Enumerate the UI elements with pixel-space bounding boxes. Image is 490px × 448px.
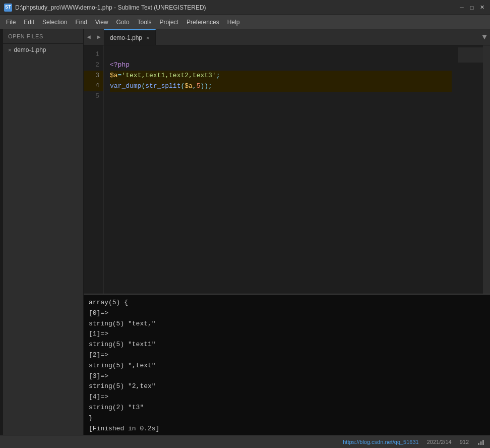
output-line-7: string(5) ",text" [89, 362, 156, 369]
code-line-4: var_dump(str_split($a,5)); [110, 81, 452, 92]
output-panel: array(5) { [0]=> string(5) "text," [1]=>… [84, 294, 490, 435]
line-numbers: 1 2 3 4 5 [84, 45, 104, 294]
output-line-4: [1]=> [89, 330, 108, 338]
output-line-10: [4]=> [89, 393, 108, 401]
tab-close-icon[interactable]: × [146, 35, 149, 41]
minimize-button[interactable]: ─ [458, 4, 466, 12]
code-line-5 [110, 92, 452, 102]
tab-dropdown-button[interactable]: ▼ [479, 29, 490, 45]
editor-scrollbar[interactable] [483, 45, 490, 294]
maximize-button[interactable]: □ [468, 4, 476, 12]
editor-area: ◀ ▶ demo-1.php × ▼ 1 2 3 4 5 <?php$a='te… [84, 29, 490, 435]
code-line-3: $a='text,text1,text2,text3'; [110, 71, 452, 81]
code-content[interactable]: <?php$a='text,text1,text2,text3';var_dum… [104, 45, 458, 294]
title-bar-left: ST D:\phpstudy_pro\WWW\demo-1.php - Subl… [4, 4, 206, 12]
output-line-8: [3]=> [89, 372, 108, 380]
tab-bar: ◀ ▶ demo-1.php × ▼ [84, 29, 490, 45]
sidebar-close-icon[interactable]: × [8, 47, 11, 53]
output-line-11: string(2) "t3" [89, 404, 144, 411]
output-line-12: } [89, 414, 93, 422]
output-line-5: string(5) "text1" [89, 341, 156, 348]
minimap [458, 45, 483, 294]
output-line-9: string(5) "2,tex" [89, 382, 156, 390]
line-num-1: 1 [84, 49, 103, 60]
network-icon [477, 438, 485, 446]
menu-file[interactable]: File [2, 17, 20, 28]
output-line-2: [0]=> [89, 309, 108, 317]
editor-output: 1 2 3 4 5 <?php$a='text,text1,text2,text… [84, 45, 490, 435]
menu-tools[interactable]: Tools [134, 17, 156, 28]
menu-bar: File Edit Selection Find View Goto Tools… [0, 15, 490, 29]
line-num-5: 5 [84, 91, 103, 102]
main-area: OPEN FILES × demo-1.php ◀ ▶ demo-1.php ×… [0, 29, 490, 435]
minimap-thumb [458, 47, 483, 63]
svg-rect-2 [482, 440, 484, 445]
line-num-4: 4 [84, 81, 103, 91]
tab-label: demo-1.php [110, 34, 142, 41]
status-url: https://blog.csdn.net/qq_51631 [343, 439, 418, 445]
output-line-3: string(5) "text," [89, 320, 156, 327]
title-controls: ─ □ ✕ [458, 4, 486, 12]
status-extra: 912 [460, 439, 469, 445]
status-bar: https://blog.csdn.net/qq_51631 2021/2/14… [0, 435, 490, 448]
line-num-2: 2 [84, 60, 103, 71]
tab-nav-right[interactable]: ▶ [94, 29, 104, 45]
tab-nav-left[interactable]: ◀ [84, 29, 94, 45]
output-line-13: [Finished in 0.2s] [89, 425, 159, 432]
menu-edit[interactable]: Edit [20, 17, 38, 28]
output-line-1: array(5) { [89, 299, 128, 306]
sidebar-filename: demo-1.php [14, 46, 46, 53]
code-editor[interactable]: 1 2 3 4 5 <?php$a='text,text1,text2,text… [84, 45, 490, 294]
title-text: D:\phpstudy_pro\WWW\demo-1.php - Sublime… [15, 4, 206, 11]
menu-selection[interactable]: Selection [38, 17, 71, 28]
sidebar-file-demo[interactable]: × demo-1.php [3, 44, 83, 56]
status-datetime: 2021/2/14 [427, 439, 452, 445]
sidebar: OPEN FILES × demo-1.php [3, 29, 84, 435]
svg-rect-0 [478, 443, 479, 445]
close-button[interactable]: ✕ [478, 4, 486, 12]
menu-goto[interactable]: Goto [112, 17, 134, 28]
tab-demo1php[interactable]: demo-1.php × [104, 29, 156, 45]
menu-find[interactable]: Find [71, 17, 91, 28]
menu-view[interactable]: View [91, 17, 112, 28]
code-line-2: <?php [110, 60, 452, 71]
menu-help[interactable]: Help [223, 17, 244, 28]
code-line-1 [110, 49, 452, 60]
menu-preferences[interactable]: Preferences [182, 17, 223, 28]
app-icon: ST [4, 4, 12, 12]
output-line-6: [2]=> [89, 351, 108, 359]
menu-project[interactable]: Project [156, 17, 182, 28]
sidebar-header: OPEN FILES [3, 29, 83, 44]
title-bar: ST D:\phpstudy_pro\WWW\demo-1.php - Subl… [0, 0, 490, 15]
svg-rect-1 [480, 441, 482, 445]
line-num-3: 3 [84, 71, 103, 81]
